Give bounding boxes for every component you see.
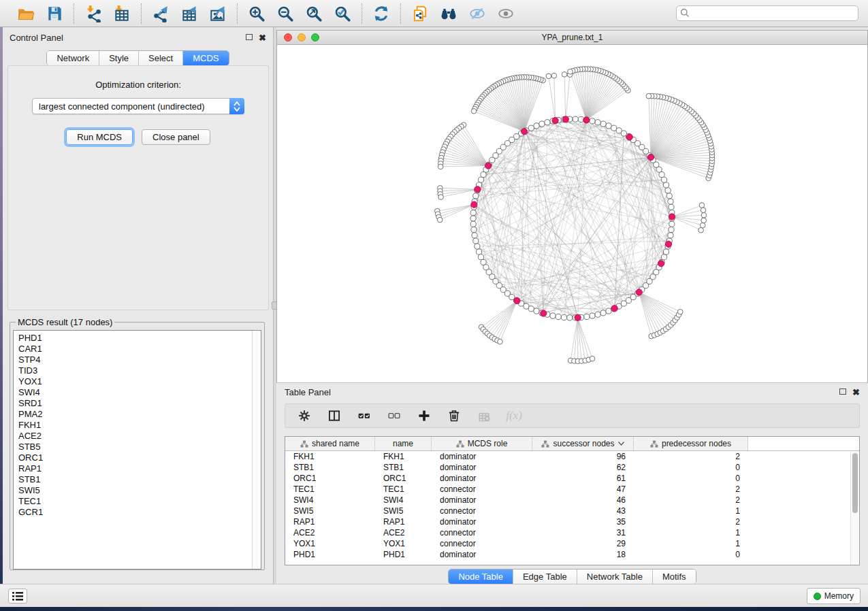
export-table-icon[interactable] [177, 3, 202, 24]
open-icon[interactable] [14, 3, 38, 24]
show-eye-icon[interactable] [494, 3, 518, 24]
cell-role: dominator [432, 474, 532, 483]
hide-eye-icon[interactable] [465, 3, 489, 24]
cell-shared_name: TEC1 [285, 484, 375, 494]
result-item[interactable]: SWI5 [18, 485, 261, 496]
zoom-in-icon[interactable] [244, 3, 269, 24]
cell-name: TEC1 [375, 484, 432, 494]
mcds-result-group: MCDS result (17 nodes) PHD1CAR1STP4TID3Y… [10, 317, 265, 570]
refresh-icon[interactable] [369, 3, 393, 24]
search-input[interactable] [676, 5, 858, 21]
table-scrollbar-thumb[interactable] [852, 453, 858, 513]
result-list-scrollbar[interactable] [252, 331, 261, 569]
result-item[interactable]: SRD1 [18, 398, 261, 409]
table-tab-edge-table[interactable]: Edge Table [513, 569, 577, 584]
float-panel-icon[interactable] [246, 33, 253, 42]
node-table[interactable]: shared namenameMCDS rolesuccessor nodesp… [285, 436, 860, 565]
result-item[interactable]: TID3 [18, 365, 261, 376]
import-network-icon[interactable] [81, 3, 106, 24]
network-canvas[interactable] [277, 45, 867, 382]
control-panel-tabs: NetworkStyleSelectMCDS [3, 50, 273, 66]
table-row[interactable]: SWI5SWI5connector431 [285, 506, 859, 516]
result-item[interactable]: STB1 [18, 474, 261, 485]
result-item[interactable]: ACE2 [18, 431, 261, 442]
cell-role: connector [432, 484, 532, 494]
result-item[interactable]: RAP1 [18, 463, 261, 474]
tab-select[interactable]: Select [138, 51, 182, 65]
cell-predecessors: 2 [634, 484, 748, 494]
memory-button[interactable]: Memory [807, 588, 861, 604]
result-item[interactable]: FKH1 [18, 420, 261, 431]
table-tab-motifs[interactable]: Motifs [652, 569, 696, 584]
tab-mcds[interactable]: MCDS [182, 51, 228, 65]
delete-icon[interactable] [446, 408, 462, 424]
column-header-predecessor-nodes[interactable]: predecessor nodes [634, 437, 748, 450]
result-item[interactable]: PHD1 [18, 333, 261, 344]
run-mcds-button[interactable]: Run MCDS [66, 129, 133, 145]
function-label: f(x) [506, 409, 522, 423]
table-row[interactable]: RAP1RAP1dominator352 [285, 516, 859, 527]
close-panel-button[interactable]: Close panel [142, 129, 210, 145]
export-network-icon[interactable] [148, 3, 173, 24]
tab-network[interactable]: Network [47, 51, 99, 65]
cell-successors: 62 [532, 463, 634, 472]
table-row[interactable]: YOX1YOX1connector291 [285, 538, 859, 549]
result-item[interactable]: STB5 [18, 442, 261, 452]
cell-predecessors: 1 [634, 528, 748, 538]
dropdown-stepper-icon [229, 98, 244, 114]
zoom-out-icon[interactable] [273, 3, 298, 24]
clone-network-icon[interactable] [408, 3, 432, 24]
cell-name: PHD1 [375, 550, 432, 559]
table-row[interactable]: ACE2ACE2connector311 [285, 527, 859, 538]
select-all-icon[interactable] [356, 408, 372, 424]
zoom-fit-icon[interactable] [302, 3, 326, 24]
column-header-MCDS-role[interactable]: MCDS role [432, 437, 532, 450]
column-header-shared-name[interactable]: shared name [285, 437, 375, 450]
result-item[interactable]: SWI4 [18, 387, 261, 398]
show-panels-button[interactable] [8, 589, 27, 604]
cell-role: dominator [432, 495, 532, 505]
cell-predecessors: 2 [634, 452, 748, 461]
column-header-name[interactable]: name [375, 437, 432, 450]
network-window-titlebar[interactable]: YPA_prune.txt_1 [277, 31, 867, 45]
result-item[interactable]: PMA2 [18, 409, 261, 420]
table-row[interactable]: ORC1ORC1dominator610 [285, 473, 859, 484]
table-row[interactable]: FKH1FKH1dominator962 [285, 451, 859, 462]
export-image-icon[interactable] [206, 3, 230, 24]
binoculars-icon[interactable] [436, 3, 461, 24]
deselect-all-icon[interactable] [386, 408, 402, 424]
table-scrollbar[interactable] [850, 452, 858, 565]
import-table-icon[interactable] [110, 3, 134, 24]
cell-shared_name: YOX1 [285, 539, 375, 548]
result-item[interactable]: TEC1 [18, 496, 261, 507]
mcds-result-list[interactable]: PHD1CAR1STP4TID3YOX1SWI4SRD1PMA2FKH1ACE2… [13, 330, 261, 569]
result-item[interactable]: CAR1 [18, 344, 261, 354]
result-item[interactable]: STP4 [18, 354, 261, 365]
criterion-dropdown[interactable]: largest connected component (undirected) [32, 98, 244, 114]
gear-icon[interactable] [296, 408, 312, 424]
column-label: MCDS role [468, 439, 508, 448]
table-row[interactable]: PHD1PHD1dominator180 [285, 549, 859, 560]
result-item[interactable]: YOX1 [18, 376, 261, 387]
table-tab-network-table[interactable]: Network Table [577, 569, 652, 584]
network-column-icon [456, 440, 464, 448]
network-graph[interactable] [277, 45, 867, 382]
zoom-selected-icon[interactable] [330, 3, 355, 24]
close-panel-icon[interactable]: ✖ [259, 33, 266, 42]
table-panel-title: Table Panel [285, 387, 331, 397]
tab-style[interactable]: Style [99, 51, 138, 65]
table-row[interactable]: STB1STB1dominator620 [285, 462, 859, 473]
column-header-successor-nodes[interactable]: successor nodes [532, 437, 634, 450]
add-icon[interactable] [416, 408, 432, 424]
table-row[interactable]: TEC1TEC1connector472 [285, 484, 859, 495]
result-item[interactable]: GCR1 [18, 507, 261, 518]
save-icon[interactable] [42, 3, 67, 24]
cell-name: RAP1 [375, 517, 432, 527]
float-table-panel-icon[interactable] [839, 388, 846, 396]
table-tab-node-table[interactable]: Node Table [449, 569, 513, 584]
split-panel-icon[interactable] [326, 408, 342, 424]
table-row[interactable]: SWI4SWI4dominator462 [285, 495, 859, 506]
cell-shared_name: STB1 [285, 463, 375, 472]
close-table-panel-icon[interactable]: ✖ [852, 388, 860, 397]
result-item[interactable]: ORC1 [18, 452, 261, 463]
